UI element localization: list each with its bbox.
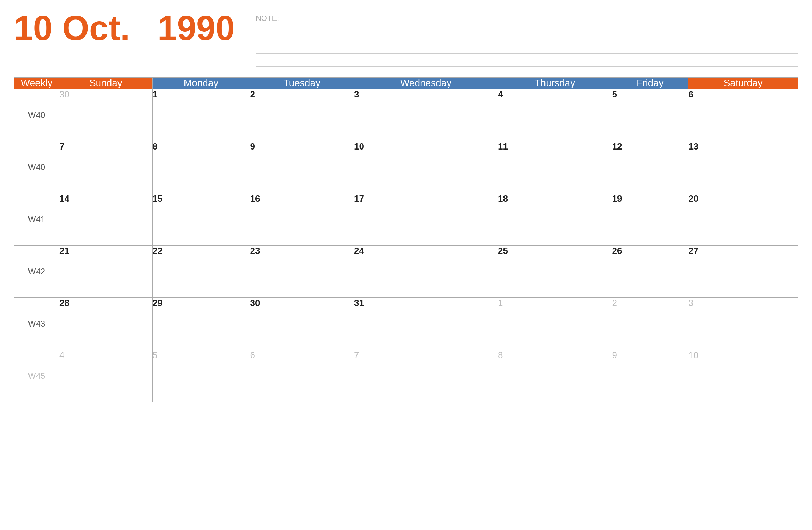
day-month: 10 Oct. [14, 10, 130, 45]
day-cell: 30 [250, 298, 354, 350]
col-header-saturday: Saturday [688, 78, 798, 89]
day-cell: 12 [612, 141, 688, 193]
calendar-row: W4030123456 [14, 89, 798, 141]
day-cell: 3 [354, 89, 498, 141]
day-cell: 28 [59, 298, 153, 350]
day-cell: 24 [354, 246, 498, 298]
day-cell: 29 [152, 298, 250, 350]
day-number: 10 [14, 8, 52, 47]
day-cell: 14 [59, 193, 153, 246]
page-header: 10 Oct. 1990 NOTE: [14, 10, 798, 67]
day-cell: 4 [59, 350, 153, 402]
day-cell: 3 [688, 298, 798, 350]
week-number-cell: W40 [14, 141, 59, 193]
calendar-row: W4221222324252627 [14, 246, 798, 298]
col-header-friday: Friday [612, 78, 688, 89]
month-name: Oct. [62, 8, 130, 47]
calendar-row: W4114151617181920 [14, 193, 798, 246]
calendar-row: W4078910111213 [14, 141, 798, 193]
day-cell: 10 [354, 141, 498, 193]
day-cell: 17 [354, 193, 498, 246]
calendar-row: W4545678910 [14, 350, 798, 402]
note-line-3 [256, 54, 798, 67]
day-cell: 20 [688, 193, 798, 246]
day-cell: 9 [612, 350, 688, 402]
day-cell: 23 [250, 246, 354, 298]
note-area: NOTE: [235, 10, 798, 67]
day-cell: 1 [152, 89, 250, 141]
week-number-cell: W41 [14, 193, 59, 246]
day-cell: 18 [498, 193, 612, 246]
col-header-thursday: Thursday [498, 78, 612, 89]
day-cell: 5 [152, 350, 250, 402]
week-number-cell: W43 [14, 298, 59, 350]
date-display: 10 Oct. 1990 [14, 10, 235, 45]
day-cell: 25 [498, 246, 612, 298]
day-cell: 8 [152, 141, 250, 193]
day-cell: 6 [688, 89, 798, 141]
day-cell: 9 [250, 141, 354, 193]
calendar-table: Weekly Sunday Monday Tuesday Wednesday T… [14, 77, 798, 402]
day-cell: 15 [152, 193, 250, 246]
day-cell: 21 [59, 246, 153, 298]
day-cell: 11 [498, 141, 612, 193]
note-line-2 [256, 40, 798, 54]
col-header-tuesday: Tuesday [250, 78, 354, 89]
day-cell: 8 [498, 350, 612, 402]
week-number-cell: W45 [14, 350, 59, 402]
day-cell: 2 [612, 298, 688, 350]
day-cell: 1 [498, 298, 612, 350]
header-row: Weekly Sunday Monday Tuesday Wednesday T… [14, 78, 798, 89]
col-header-sunday: Sunday [59, 78, 153, 89]
day-cell: 7 [354, 350, 498, 402]
day-cell: 2 [250, 89, 354, 141]
col-header-monday: Monday [152, 78, 250, 89]
note-line-1 [256, 27, 798, 40]
day-cell: 5 [612, 89, 688, 141]
week-number-cell: W42 [14, 246, 59, 298]
day-cell: 6 [250, 350, 354, 402]
day-cell: 4 [498, 89, 612, 141]
week-number-cell: W40 [14, 89, 59, 141]
day-cell: 31 [354, 298, 498, 350]
day-cell: 10 [688, 350, 798, 402]
day-cell: 7 [59, 141, 153, 193]
calendar-row: W4328293031123 [14, 298, 798, 350]
day-cell: 16 [250, 193, 354, 246]
col-header-wednesday: Wednesday [354, 78, 498, 89]
note-label: NOTE: [256, 14, 798, 23]
day-cell: 30 [59, 89, 153, 141]
col-header-weekly: Weekly [14, 78, 59, 89]
day-cell: 19 [612, 193, 688, 246]
day-cell: 22 [152, 246, 250, 298]
day-cell: 27 [688, 246, 798, 298]
day-cell: 26 [612, 246, 688, 298]
day-cell: 13 [688, 141, 798, 193]
year-display: 1990 [158, 10, 235, 45]
